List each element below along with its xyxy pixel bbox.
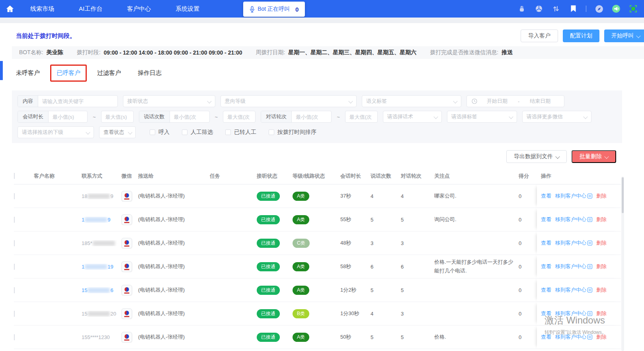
contact-phone[interactable]: 189 — [82, 193, 113, 199]
row-checkbox[interactable] — [14, 193, 15, 199]
contact-phone[interactable]: 19 — [82, 217, 110, 223]
delete-action[interactable]: 删除 — [596, 263, 607, 270]
view-action[interactable]: 查看 — [541, 239, 551, 247]
focus-cell: 价格. — [434, 333, 519, 341]
page: 线索市场 AI工作台 客户中心 系统设置 Bot 正在呼叫 0 — [0, 0, 644, 351]
delete-action[interactable]: 删除 — [596, 286, 607, 294]
move-to-customer-center-action[interactable]: 移到客户中心 — [555, 263, 592, 270]
move-to-customer-center-action[interactable]: 移到客户中心 — [555, 333, 592, 341]
move-to-customer-center-action[interactable]: 移到客户中心 — [555, 216, 592, 223]
tab-uncalled-customers[interactable]: 未呼客户 — [16, 69, 40, 77]
start-calling-label: 开始呼叫 — [611, 32, 634, 39]
megaphone-icon[interactable] — [612, 4, 621, 13]
answer-status-select[interactable]: 接听状态 — [123, 95, 215, 107]
select-all-checkbox[interactable] — [14, 173, 15, 179]
semantic-tag-select[interactable]: 语义标签 — [362, 95, 461, 107]
wechat-icon[interactable] — [121, 191, 132, 202]
row-checkbox[interactable] — [14, 240, 15, 246]
compass-icon[interactable] — [595, 4, 603, 13]
turns-max-input[interactable] — [345, 114, 377, 120]
sort-arrows-icon[interactable] — [552, 4, 560, 13]
row-checkbox[interactable] — [14, 287, 15, 293]
contact-phone[interactable]: 155****1230 — [82, 334, 110, 340]
tab-called-customers[interactable]: 已呼客户 — [57, 69, 80, 77]
chevron-down-icon — [86, 131, 90, 134]
contact-phone[interactable]: 185* — [82, 240, 115, 246]
more-wechat-select[interactable]: 请选择更多微信 — [522, 111, 591, 123]
duration-max-input[interactable] — [101, 114, 133, 120]
view-action[interactable]: 查看 — [541, 333, 551, 341]
subordinate-select[interactable]: 请选择推送的下级 — [18, 126, 94, 138]
header-row: 当前处于拨打时间段。 导入客户 配置计划 开始呼叫 — [0, 23, 644, 46]
fullscreen-icon[interactable] — [629, 4, 638, 13]
nav-item-lead-market[interactable]: 线索市场 — [30, 5, 54, 13]
contact-phone[interactable]: 156 — [82, 287, 113, 293]
delete-action[interactable]: 删除 — [596, 216, 607, 223]
move-to-customer-center-action[interactable]: 移到客户中心 — [555, 239, 592, 247]
wechat-icon[interactable] — [121, 308, 132, 319]
vertical-scrollbar[interactable] — [621, 176, 624, 351]
pushed-to-cell: (电销机器人-张经理) — [138, 192, 210, 200]
speak-count-cell: 5 — [371, 217, 401, 223]
delete-action[interactable]: 删除 — [596, 192, 607, 200]
view-action[interactable]: 查看 — [541, 263, 551, 270]
wechat-icon[interactable] — [121, 332, 132, 343]
chevron-down-icon — [636, 34, 640, 38]
tag-select[interactable]: 请选择标签 — [447, 111, 517, 123]
move-to-customer-center-action[interactable]: 移到客户中心 — [555, 192, 592, 200]
intent-level-select[interactable]: 意向等级 — [221, 95, 357, 107]
export-data-button[interactable]: 导出数据到文件 — [506, 150, 567, 163]
bookmark-icon[interactable] — [569, 4, 578, 13]
configure-plan-button[interactable]: 配置计划 — [563, 29, 599, 42]
checkbox-transferred[interactable]: 已转人工 — [225, 129, 256, 136]
speak-count-max-input[interactable] — [223, 114, 255, 120]
duration-min-input[interactable] — [49, 114, 87, 120]
contact-phone[interactable]: 1520 — [82, 311, 116, 317]
move-to-customer-center-action[interactable]: 移到客户中心 — [555, 286, 592, 294]
row-checkbox[interactable] — [14, 217, 15, 223]
speak-count-min-input[interactable] — [170, 114, 209, 120]
delete-action[interactable]: 删除 — [596, 333, 607, 341]
turns-min-filter: 对话轮次 — [261, 111, 332, 123]
move-to-customer-center-action[interactable]: 移到客户中心 — [555, 310, 592, 317]
speak-count-label: 说话次数 — [139, 111, 170, 122]
keyword-input[interactable] — [38, 98, 117, 104]
wechat-icon[interactable] — [121, 285, 132, 296]
nav-item-ai-workbench[interactable]: AI工作台 — [79, 5, 102, 13]
view-action[interactable]: 查看 — [541, 192, 551, 200]
scrollbar-thumb[interactable] — [622, 177, 624, 213]
script-select[interactable]: 请选择话术 — [383, 111, 442, 123]
grade-badge: A类 — [293, 215, 309, 224]
view-action[interactable]: 查看 — [541, 216, 551, 223]
row-checkbox[interactable] — [14, 264, 15, 270]
robot-icon[interactable] — [517, 4, 526, 13]
start-calling-button[interactable]: 开始呼叫 — [604, 29, 644, 42]
speak-count-max-filter — [223, 111, 256, 123]
delete-action[interactable]: 删除 — [596, 239, 607, 247]
delete-action[interactable]: 删除 — [596, 310, 607, 317]
nav-item-system-settings[interactable]: 系统设置 — [176, 5, 199, 13]
wechat-icon[interactable] — [121, 261, 132, 272]
checkbox-sort-by-dial-time[interactable]: 按拨打时间排序 — [269, 129, 316, 136]
bot-calling-button[interactable]: Bot 正在呼叫 0 — [243, 2, 305, 17]
tab-filtered-customers[interactable]: 过滤客户 — [97, 69, 121, 77]
view-status-select[interactable]: 查看状态 — [99, 126, 136, 138]
contact-phone[interactable]: 119 — [82, 264, 113, 270]
wechat-icon[interactable] — [121, 238, 132, 249]
turns-min-input[interactable] — [292, 114, 331, 120]
home-icon[interactable] — [5, 4, 15, 14]
nav-item-customer-center[interactable]: 客户中心 — [127, 5, 151, 13]
col-pushed-to: 推送给 — [138, 173, 210, 180]
row-checkbox[interactable] — [14, 334, 15, 340]
wechat-icon[interactable] — [121, 214, 132, 225]
checkbox-inbound-call[interactable]: 呼入 — [150, 129, 170, 136]
view-action[interactable]: 查看 — [541, 286, 551, 294]
checkbox-manual-filter[interactable]: 人工筛选 — [182, 129, 213, 136]
row-checkbox[interactable] — [14, 311, 15, 317]
aperture-icon[interactable] — [535, 4, 543, 13]
date-range-picker[interactable]: 开始日期 - 结束日期 — [466, 95, 564, 107]
import-customers-button[interactable]: 导入客户 — [521, 29, 558, 42]
batch-delete-button[interactable]: 批量删除 — [572, 150, 616, 163]
tab-operation-log[interactable]: 操作日志 — [138, 69, 162, 77]
view-action[interactable]: 查看 — [541, 310, 551, 317]
